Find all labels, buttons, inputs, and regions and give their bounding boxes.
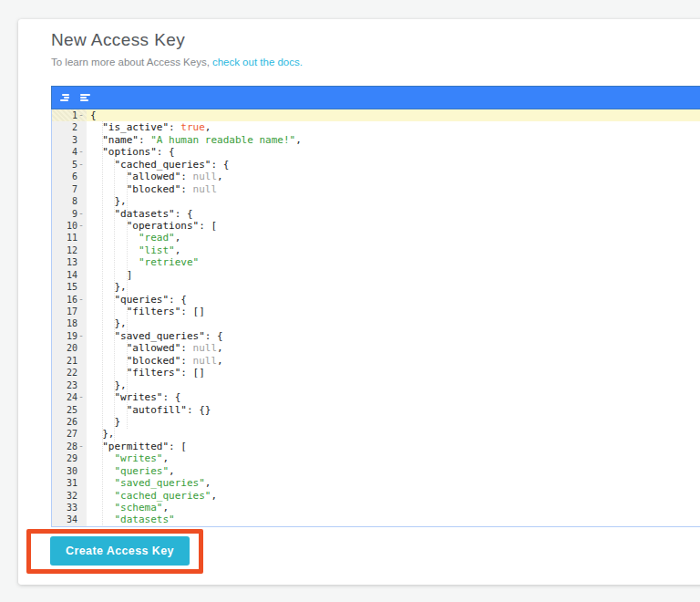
editor-line[interactable]: 8 }, [52, 195, 700, 207]
editor-line[interactable]: 28- "permitted": [ [52, 441, 700, 452]
code-line: "permitted": [ [87, 441, 700, 452]
page-subtitle: To learn more about Access Keys,check ou… [51, 57, 700, 67]
line-number: 10- [52, 220, 87, 232]
editor-toolbar [51, 86, 700, 109]
subtitle-text: To learn more about Access Keys, [51, 57, 210, 67]
line-number: 21 [52, 355, 87, 367]
editor-line[interactable]: 7 "blocked": null [52, 183, 700, 195]
code-line: { [87, 109, 700, 121]
code-line: "cached_queries": { [87, 159, 700, 171]
editor-line[interactable]: 14 ] [52, 269, 700, 281]
editor-line[interactable]: 17 "filters": [] [52, 306, 700, 317]
line-number: 11 [52, 232, 87, 244]
editor-line[interactable]: 23 }, [52, 379, 700, 391]
code-line: }, [87, 317, 700, 329]
code-line: "datasets": { [87, 208, 700, 220]
format-json-icon[interactable] [58, 92, 72, 103]
code-line: "writes", [87, 452, 700, 464]
line-number: 8 [52, 195, 87, 207]
line-number: 9- [52, 208, 87, 220]
line-number: 13 [52, 256, 87, 268]
editor-line[interactable]: 32 "cached_queries", [52, 490, 700, 502]
code-line: "saved_queries", [87, 477, 700, 489]
editor-line[interactable]: 27 }, [52, 428, 700, 440]
page-title: New Access Key [51, 30, 700, 50]
editor-line[interactable]: 19- "saved_queries": { [52, 330, 700, 342]
line-number: 5- [52, 159, 87, 171]
editor-line[interactable]: 5- "cached_queries": { [52, 159, 700, 171]
line-number: 33 [52, 502, 87, 514]
code-line: "saved_queries": { [87, 330, 700, 342]
fold-toggle-icon[interactable]: - [78, 109, 84, 120]
line-number: 6 [52, 171, 87, 182]
fold-toggle-icon[interactable]: - [78, 219, 84, 231]
docs-link[interactable]: check out the docs. [212, 57, 303, 67]
fold-toggle-icon[interactable]: - [78, 145, 84, 157]
create-access-key-button[interactable]: Create Access Key [50, 536, 190, 566]
fold-toggle-icon[interactable]: - [78, 158, 84, 170]
line-number: 20 [52, 342, 87, 354]
code-line: "queries", [87, 465, 700, 477]
code-line: "allowed": null, [87, 171, 700, 182]
line-number: 29 [52, 452, 87, 464]
code-line: "autofill": {} [87, 404, 700, 416]
editor-line[interactable]: 1-{ [52, 109, 700, 121]
code-line: "blocked": null, [87, 355, 700, 367]
fold-toggle-icon[interactable]: - [78, 390, 84, 402]
editor-line[interactable]: 33 "schema", [52, 502, 700, 514]
compact-json-icon[interactable] [80, 92, 94, 103]
editor-line[interactable]: 18 }, [52, 317, 700, 329]
editor-line[interactable]: 24- "writes": { [52, 391, 700, 403]
editor-line[interactable]: 16- "queries": { [52, 294, 700, 306]
code-line: "name": "A human readable name!", [87, 134, 700, 146]
line-number: 24- [52, 391, 87, 403]
editor-line[interactable]: 12 "list", [52, 244, 700, 256]
line-number: 2 [52, 121, 87, 133]
line-number: 26 [52, 416, 87, 428]
fold-toggle-icon[interactable]: - [78, 440, 84, 452]
fold-toggle-icon[interactable]: - [78, 207, 84, 219]
editor-line[interactable]: 31 "saved_queries", [52, 477, 700, 489]
editor-line[interactable]: 21 "blocked": null, [52, 355, 700, 367]
editor-line[interactable]: 3 "name": "A human readable name!", [52, 134, 700, 146]
code-line: }, [87, 195, 700, 207]
line-number: 4- [52, 146, 87, 158]
new-access-key-panel: New Access Key To learn more about Acces… [18, 19, 700, 585]
editor-line[interactable]: 29 "writes", [52, 452, 700, 464]
editor-line[interactable]: 13 "retrieve" [52, 256, 700, 268]
editor-line[interactable]: 30 "queries", [52, 465, 700, 477]
code-line: "writes": { [87, 391, 700, 403]
editor-line[interactable]: 9- "datasets": { [52, 208, 700, 220]
line-number: 7 [52, 183, 87, 195]
fold-toggle-icon[interactable]: - [78, 293, 84, 305]
code-line: "blocked": null [87, 183, 700, 195]
editor-line[interactable]: 34 "datasets" [52, 514, 700, 525]
line-number: 3 [52, 134, 87, 146]
code-line: "retrieve" [87, 256, 700, 268]
editor-line[interactable]: 10- "operations": [ [52, 220, 700, 232]
editor-line[interactable]: 25 "autofill": {} [52, 404, 700, 416]
editor-line[interactable]: 26 } [52, 416, 700, 428]
code-line: }, [87, 281, 700, 293]
line-number: 27 [52, 428, 87, 440]
editor-line[interactable]: 4- "options": { [52, 146, 700, 158]
line-number: 1- [52, 109, 87, 121]
line-number: 30 [52, 465, 87, 477]
line-number: 16- [52, 294, 87, 306]
fold-toggle-icon[interactable]: - [78, 329, 84, 341]
editor-line[interactable]: 11 "read", [52, 232, 700, 244]
code-line: "read", [87, 232, 700, 244]
code-line: "options": { [87, 146, 700, 158]
line-number: 17 [52, 306, 87, 317]
editor-line[interactable]: 22 "filters": [] [52, 367, 700, 379]
editor-line[interactable]: 6 "allowed": null, [52, 171, 700, 182]
code-line: "schema", [87, 502, 700, 514]
editor-line[interactable]: 20 "allowed": null, [52, 342, 700, 354]
editor-code-area[interactable]: 1-{2 "is_active": true,3 "name": "A huma… [51, 109, 700, 527]
editor-line[interactable]: 15 }, [52, 281, 700, 293]
code-line: "list", [87, 244, 700, 256]
editor-line[interactable]: 2 "is_active": true, [52, 121, 700, 133]
line-number: 28- [52, 441, 87, 452]
code-line: "filters": [] [87, 367, 700, 379]
line-number: 23 [52, 379, 87, 391]
